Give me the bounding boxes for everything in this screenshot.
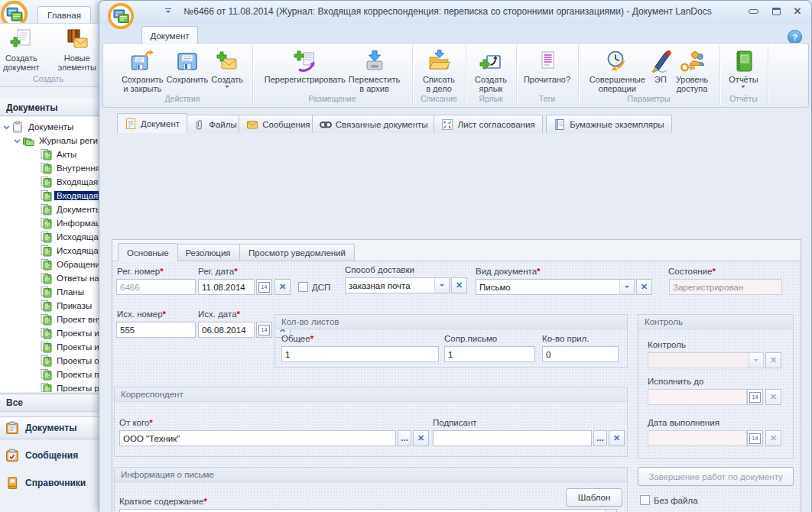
nav-item-nav-doc[interactable]: Документы: [0, 416, 102, 439]
doc-type-dropdown-icon[interactable]: [619, 280, 634, 294]
ribbon-button-signature-pen[interactable]: ЭП: [647, 47, 674, 86]
restore-button[interactable]: [768, 5, 784, 17]
clipboard-icon: [11, 121, 24, 133]
doc-tab-4[interactable]: Связанные документы: [312, 115, 436, 133]
doc-tab-2[interactable]: Файлы: [185, 115, 245, 133]
tree-root-documents[interactable]: Документы: [0, 120, 102, 134]
state-label: Состояние*: [668, 267, 716, 276]
ribbon-button-folder-down[interactable]: Списатьв дело: [421, 47, 456, 95]
ribbon-button-clock-history[interactable]: Совершенныеоперации: [588, 47, 647, 95]
ribbon-button-access-level[interactable]: Уровеньдоступа: [674, 47, 710, 95]
ribbon-button-create-mail[interactable]: Создать: [209, 47, 245, 92]
tree-item-2[interactable]: Входящая: [0, 175, 102, 189]
dialog-titlebar[interactable]: №6466 от 11.08.2014 (Журнал: Входящая ко…: [99, 1, 811, 24]
sub-tab-1[interactable]: Основные: [118, 243, 178, 261]
reg-date-calendar-icon[interactable]: 14: [256, 279, 272, 295]
ribbon-button-read-question[interactable]: Прочитано?: [522, 47, 572, 86]
tree-item-10[interactable]: Планы: [0, 285, 102, 299]
reg-date-clear-icon[interactable]: ✕: [274, 279, 291, 295]
doc-type-combo[interactable]: Письмо: [476, 279, 635, 295]
control-clear-icon: ✕: [765, 352, 781, 368]
sheets-attachments-label: Ко-во прил.: [542, 334, 589, 343]
summary-textarea[interactable]: о предоставлении информации: [119, 509, 617, 512]
from-clear-icon[interactable]: ✕: [413, 430, 429, 446]
sheets-cover-input[interactable]: [444, 346, 535, 362]
reg-date-input[interactable]: [198, 279, 255, 295]
signer-browse-icon[interactable]: …: [593, 430, 607, 446]
ribbon-button-создать[interactable]: Создатьдокумент: [2, 25, 41, 73]
out-number-input[interactable]: [116, 322, 196, 338]
dsp-checkbox[interactable]: [298, 282, 308, 292]
tree-item-3[interactable]: Входящая: [0, 189, 102, 203]
tree-item-1[interactable]: Внутрення: [0, 161, 102, 175]
doc-tab-5[interactable]: Лист согласования: [434, 115, 542, 133]
ribbon-button-reregister[interactable]: Перерегистрировать: [263, 47, 347, 86]
tree-item-15[interactable]: Проекты о: [0, 354, 102, 368]
template-button[interactable]: Шаблон: [566, 488, 622, 507]
doc-tab-6[interactable]: Бумажные экземпляры: [546, 115, 671, 133]
tab-dokument[interactable]: Документ: [141, 26, 198, 44]
ribbon-group-label: Теги: [516, 94, 578, 103]
ribbon-button-save-close[interactable]: Сохранитьи закрыть: [120, 47, 165, 95]
minimize-button[interactable]: [745, 5, 761, 17]
delivery-clear-icon[interactable]: ✕: [451, 277, 467, 293]
tree-item-7[interactable]: Исходящая: [0, 244, 102, 258]
dropdown-arrow-icon: [225, 86, 229, 90]
doc-tab-3[interactable]: Сообщения: [239, 115, 317, 133]
close-button[interactable]: ✕: [790, 5, 805, 17]
out-date-input[interactable]: [198, 322, 255, 338]
from-input[interactable]: [119, 430, 396, 446]
sub-tab-2[interactable]: Резолюция: [176, 244, 239, 261]
sheets-attachments-input[interactable]: [542, 346, 619, 362]
from-browse-icon[interactable]: …: [398, 430, 411, 446]
reg-number-label: Рег. номер*: [117, 267, 164, 276]
save-close-icon: [130, 49, 154, 73]
tree-item-12[interactable]: Проект вну: [0, 313, 102, 326]
paper-icon: [554, 118, 566, 131]
completion-calendar-icon: 14: [747, 430, 763, 446]
letter-info-groupbox: Информация о письме Шаблон Краткое содер…: [114, 467, 628, 512]
dialog-title: №6466 от 11.08.2014 (Журнал: Входящая ко…: [184, 6, 712, 17]
tree-item-13[interactable]: Проекты и: [0, 326, 102, 340]
tree-item-9[interactable]: Ответы на: [0, 271, 102, 285]
delivery-combo[interactable]: заказная почта: [345, 277, 450, 293]
nav-header-all[interactable]: Все: [0, 394, 102, 412]
tree-item-17[interactable]: Проекты р: [0, 381, 102, 393]
ribbon-button-новые[interactable]: Новыеэлементы: [56, 25, 98, 73]
greendoc-icon: [40, 341, 52, 353]
doc-tab-1[interactable]: Документ: [117, 113, 187, 133]
reg-number-input[interactable]: [116, 279, 196, 295]
tree-item-0[interactable]: Акты: [0, 147, 102, 161]
ribbon-button-archive[interactable]: Переместитьв архив: [347, 47, 401, 95]
out-date-calendar-icon[interactable]: 14: [256, 322, 272, 338]
folder-down-icon: [427, 49, 451, 73]
tree-item-11[interactable]: Приказы: [0, 299, 102, 313]
app-logo-icon[interactable]: [107, 2, 135, 30]
delivery-dropdown-icon[interactable]: [434, 278, 449, 293]
tree-item-16[interactable]: Проекты п: [0, 368, 102, 381]
tree-branch-journals[interactable]: Журналы реги: [0, 134, 102, 147]
ribbon-button-shortcut[interactable]: Создатьярлык: [473, 47, 508, 95]
no-file-checkbox[interactable]: [640, 495, 650, 505]
tree-item-8[interactable]: Обращени: [0, 258, 102, 271]
due-clear-icon: ✕: [765, 389, 781, 405]
doc-type-label: Вид документа*: [476, 267, 541, 276]
tree-item-14[interactable]: Проекты и: [0, 340, 102, 354]
signer-clear-icon[interactable]: ✕: [609, 430, 625, 446]
tab-glavnaya[interactable]: Главная: [37, 6, 91, 24]
nav-item-nav-ref[interactable]: Справочники: [0, 471, 102, 494]
tree-item-4[interactable]: Документы: [0, 203, 102, 216]
ribbon-button-save[interactable]: Сохранить: [165, 47, 210, 86]
ribbon-button-report-book[interactable]: Отчёты: [727, 47, 759, 92]
quick-access-dropdown-icon[interactable]: [162, 7, 174, 18]
greendoc-icon: [40, 300, 52, 312]
ribbon-group-label: Параметры: [578, 94, 719, 103]
tree-item-6[interactable]: Исходящая: [0, 230, 102, 244]
nav-item-nav-msg[interactable]: Сообщения: [0, 444, 102, 467]
background-window: Главная СоздатьдокументНовыеэлементы Соз…: [0, 0, 102, 512]
sub-tab-3[interactable]: Просмотр уведомлений: [239, 244, 355, 261]
doc-type-clear-icon[interactable]: ✕: [636, 279, 652, 295]
signer-input[interactable]: [433, 430, 592, 446]
tree-item-5[interactable]: Информаци: [0, 216, 102, 230]
sheets-total-input[interactable]: [281, 346, 439, 362]
